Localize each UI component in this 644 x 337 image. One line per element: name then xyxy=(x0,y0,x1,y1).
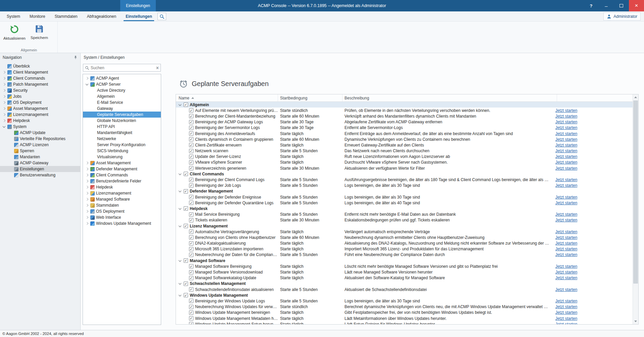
menu-tab-abfrageaktionen[interactable]: Abfrageaktionen xyxy=(82,11,121,21)
chevron-right-icon[interactable] xyxy=(2,76,6,80)
sidebar-item-sperren[interactable]: Sperren xyxy=(0,148,80,154)
settings-item-stammdaten[interactable]: Stammdaten xyxy=(83,202,161,208)
chevron-down-icon[interactable] xyxy=(2,125,6,129)
task-row-berechnung-der-client-mandantenbeziehung[interactable]: ✓Berechnung der Client-Mandantenbeziehun… xyxy=(176,113,633,119)
chevron-down-icon[interactable] xyxy=(178,224,182,228)
task-checkbox[interactable]: ✓ xyxy=(189,126,193,130)
pin-icon[interactable] xyxy=(74,55,78,60)
chevron-right-icon[interactable] xyxy=(85,209,89,213)
settings-item-acmp-agent[interactable]: ACMP Agent xyxy=(83,75,161,81)
task-row-windows-update-management-setup-herunter[interactable]: ✓Windows Update Management Setup herunte… xyxy=(176,321,633,324)
task-row-berechnung-von-clients-ohne-hauptbenutzer[interactable]: ✓Berechnung von Clients ohne Hauptbenutz… xyxy=(176,235,633,240)
task-checkbox[interactable]: ✓ xyxy=(189,241,193,246)
chevron-right-icon[interactable] xyxy=(2,107,6,111)
settings-item-web-interface[interactable]: Web Interface xyxy=(83,214,161,220)
task-row-schwachstellendefinitionsdatei-aktualisieren[interactable]: ✓Schwachstellendefinitionsdatei aktualis… xyxy=(176,287,633,292)
settings-item-mandantenf-higkeit[interactable]: Mandantenfähigkeit xyxy=(83,130,161,136)
settings-item-sics-verbindung[interactable]: SICS-Verbindung xyxy=(83,148,161,154)
task-checkbox[interactable]: ✓ xyxy=(189,155,193,159)
settings-item-helpdesk[interactable]: Helpdesk xyxy=(83,184,161,190)
menu-search-button[interactable] xyxy=(157,13,166,20)
jetzt-starten-link[interactable]: Jetzt starten xyxy=(555,160,577,165)
task-checkbox[interactable]: ✓ xyxy=(189,195,193,199)
chevron-down-icon[interactable] xyxy=(178,103,182,107)
settings-item-acmp-server[interactable]: ACMP Server xyxy=(83,81,161,87)
sidebar-item-client-management[interactable]: Client Management xyxy=(0,69,80,75)
settings-item-allgemein[interactable]: Allgemein xyxy=(83,93,161,99)
sidebar-item-lizenzmanagement[interactable]: Lizenzmanagement xyxy=(0,112,80,118)
jetzt-starten-link[interactable]: Jetzt starten xyxy=(555,149,577,153)
help-button[interactable]: ? xyxy=(584,0,599,11)
jetzt-starten-link[interactable]: Jetzt starten xyxy=(555,235,577,240)
task-row-microsoft-365-lizenzdaten-importieren[interactable]: ✓Microsoft 365 Lizenzdaten importierenSt… xyxy=(176,246,633,252)
task-row-vmware-vsphere-scanner[interactable]: ✓VMware vSphere ScannerStarte täglichDur… xyxy=(176,160,633,165)
task-checkbox[interactable]: ✓ xyxy=(189,120,193,124)
task-checkbox[interactable]: ✓ xyxy=(189,305,193,309)
task-checkbox[interactable]: ✓ xyxy=(189,276,193,280)
minimize-button[interactable]: – xyxy=(599,0,614,11)
task-row-windows-update-management-bereinigen[interactable]: ✓Windows Update Management bereinigenSta… xyxy=(176,310,633,315)
task-row-update-der-server-lizenz[interactable]: ✓Update der Server-LizenzStarte täglichR… xyxy=(176,154,633,160)
chevron-right-icon[interactable] xyxy=(85,76,89,80)
sidebar-item-asset-management[interactable]: Asset Management xyxy=(0,106,80,112)
task-row-neuberechnung-der-daten-f-r-die-compliance[interactable]: ✓Neuberechnung der Daten für die Complia… xyxy=(176,252,633,258)
group-row-managed-software[interactable]: ✓Managed Software xyxy=(176,258,633,263)
task-checkbox[interactable]: ✓ xyxy=(189,131,193,136)
jetzt-starten-link[interactable]: Jetzt starten xyxy=(555,166,577,171)
jetzt-starten-link[interactable]: Jetzt starten xyxy=(555,276,577,280)
task-checkbox[interactable]: ✓ xyxy=(189,270,193,275)
task-row-mail-service-bereinigung[interactable]: ✓Mail Service BereinigungStarte alle 5 S… xyxy=(176,212,633,217)
column-header-beschreibung[interactable]: Beschreibung xyxy=(342,94,557,101)
group-checkbox[interactable]: ✓ xyxy=(184,258,188,263)
chevron-right-icon[interactable] xyxy=(2,113,6,117)
task-checkbox[interactable]: ✓ xyxy=(189,235,193,240)
jetzt-starten-link[interactable]: Jetzt starten xyxy=(555,154,577,159)
vertical-scrollbar[interactable] xyxy=(633,94,638,324)
jetzt-starten-link[interactable]: Jetzt starten xyxy=(555,120,577,124)
task-checkbox[interactable]: ✓ xyxy=(189,149,193,153)
task-checkbox[interactable]: ✓ xyxy=(189,229,193,234)
group-row-defender-management[interactable]: ✓Defender Management xyxy=(176,188,633,194)
task-checkbox[interactable]: ✓ xyxy=(189,310,193,315)
task-row-bereinigung-der-defender-quarant-ne-logs[interactable]: ✓Bereinigung der Defender Quarantäne Log… xyxy=(176,200,633,206)
chevron-down-icon[interactable] xyxy=(178,293,182,297)
settings-item-lizenzmanagement[interactable]: Lizenzmanagement xyxy=(83,190,161,196)
settings-item-netzwerke[interactable]: Netzwerke xyxy=(83,136,161,142)
task-row-clients-dynamisch-in-containern-gruppieren[interactable]: ✓Clients dynamisch in Containern gruppie… xyxy=(176,136,633,142)
sidebar-item-system[interactable]: System xyxy=(0,124,80,130)
task-checkbox[interactable]: ✓ xyxy=(189,166,193,170)
chevron-right-icon[interactable] xyxy=(85,221,89,225)
refresh-button[interactable]: Aktualisieren xyxy=(3,24,26,40)
sidebar-item-berblick[interactable]: Überblick xyxy=(0,63,80,69)
settings-item-os-deployment[interactable]: OS Deployment xyxy=(83,208,161,214)
scroll-down-arrow-icon[interactable] xyxy=(633,319,638,324)
chevron-down-icon[interactable] xyxy=(178,207,182,211)
group-checkbox[interactable]: ✓ xyxy=(184,172,188,176)
sidebar-item-security[interactable]: Security xyxy=(0,87,80,93)
column-header-name[interactable]: Name xyxy=(176,94,278,101)
menu-tab-system[interactable]: System xyxy=(2,11,25,21)
jetzt-starten-link[interactable]: Jetzt starten xyxy=(555,322,577,324)
user-menu[interactable]: Administrator xyxy=(603,12,641,20)
chevron-right-icon[interactable] xyxy=(85,173,89,177)
chevron-right-icon[interactable] xyxy=(2,119,6,123)
jetzt-starten-link[interactable]: Jetzt starten xyxy=(555,131,577,136)
settings-item-managed-software[interactable]: Managed Software xyxy=(83,196,161,202)
task-row-managed-software-bereinigung[interactable]: ✓Managed Software BereinigungStarte tägl… xyxy=(176,263,633,269)
chevron-down-icon[interactable] xyxy=(178,172,182,176)
settings-item-active-directory[interactable]: Active Directory xyxy=(83,87,161,93)
task-row-windows-update-management-metadaten-her[interactable]: ✓Windows Update Management Metadaten her… xyxy=(176,315,633,321)
group-row-allgemein[interactable]: ✓Allgemein xyxy=(176,102,633,108)
task-row-dna2-katalogaktualisierung[interactable]: ✓DNA2-KatalogaktualisierungStarte täglic… xyxy=(176,241,633,246)
scroll-up-arrow-icon[interactable] xyxy=(633,94,638,100)
scrollbar-thumb[interactable] xyxy=(633,100,638,284)
jetzt-starten-link[interactable]: Jetzt starten xyxy=(555,177,577,182)
jetzt-starten-link[interactable]: Jetzt starten xyxy=(555,195,577,200)
settings-item-defender-management[interactable]: Defender Management xyxy=(83,166,161,172)
task-checkbox[interactable]: ✓ xyxy=(189,212,193,217)
group-row-lizenz-management[interactable]: ✓Lizenz Management xyxy=(176,223,633,229)
menu-tab-stammdaten[interactable]: Stammdaten xyxy=(50,11,82,21)
task-row-bereinigung-der-windows-update-logs[interactable]: ✓Bereinigung der Windows Update LogsStar… xyxy=(176,298,633,304)
sidebar-item-jobs[interactable]: Jobs xyxy=(0,93,80,99)
task-row-werteverzeichnis-generieren[interactable]: ✓Werteverzeichnis generierenStarte alle … xyxy=(176,165,633,171)
